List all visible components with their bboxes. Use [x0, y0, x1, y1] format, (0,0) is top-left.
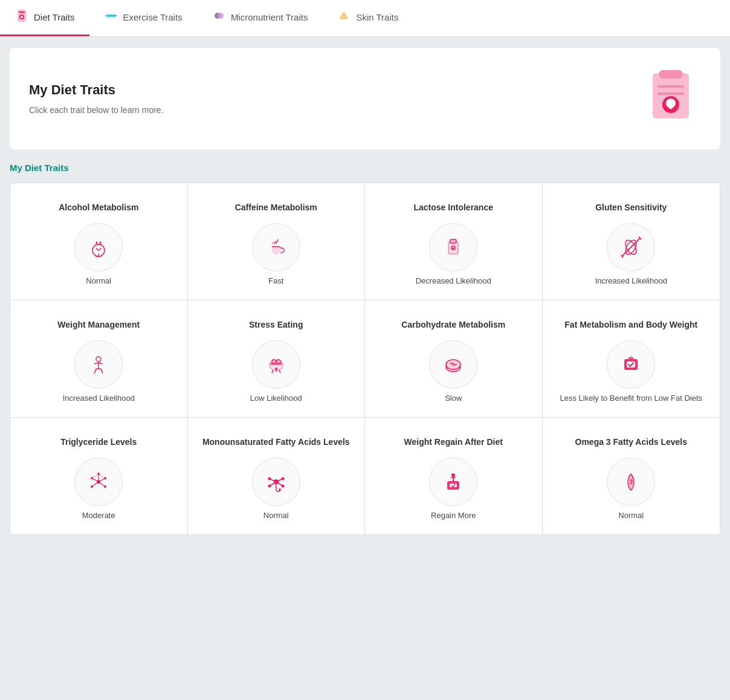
svg-rect-5 — [115, 15, 117, 16]
trait-alcohol-icon — [74, 223, 123, 271]
trait-lactose-icon — [429, 223, 477, 271]
svg-line-50 — [92, 478, 99, 482]
trait-omega3-icon: 3 — [607, 458, 655, 506]
tab-micronutrient[interactable]: Micronutrient Traits — [197, 0, 323, 36]
tab-skin[interactable]: Skin Traits — [322, 0, 413, 36]
trait-lactose-value: Decreased Likelihood — [416, 276, 491, 287]
trait-fat-icon — [607, 340, 655, 389]
svg-point-31 — [96, 357, 101, 361]
trait-weight-value: Increased Likelihood — [63, 394, 135, 404]
trait-stress-value: Low Likelihood — [250, 394, 302, 404]
trait-weight-icon — [74, 340, 123, 389]
trait-weight-management[interactable]: Weight Management Increased Likelihood — [10, 300, 188, 418]
trait-carbs-name: Carbohydrate Metabolism — [401, 314, 505, 335]
svg-rect-4 — [105, 15, 108, 16]
hero-text: My Diet Traits Click each trait below to… — [29, 82, 164, 115]
trait-carbohydrate-metabolism[interactable]: Carbohydrate Metabolism Slow — [365, 300, 543, 418]
svg-rect-14 — [347, 17, 348, 19]
svg-rect-16 — [659, 70, 683, 79]
trait-alcohol-value: Normal — [86, 276, 111, 287]
tab-exercise-label: Exercise Traits — [123, 12, 182, 22]
trait-regain-icon — [429, 458, 477, 506]
svg-point-25 — [451, 245, 456, 250]
trait-caffeine-icon — [252, 223, 300, 271]
trait-gluten-icon — [607, 223, 655, 271]
trait-gluten-sensitivity[interactable]: Gluten Sensitivity Increased Likelihood — [543, 183, 720, 300]
hero-icon — [641, 67, 701, 130]
trait-caffeine-value: Fast — [268, 276, 283, 287]
skin-tab-icon — [337, 8, 351, 26]
trait-fat-name: Fat Metabolism and Body Weight — [564, 314, 697, 335]
trait-triglyceride-icon — [74, 458, 123, 506]
trait-omega3-name: Omega 3 Fatty Acids Levels — [575, 431, 687, 453]
trait-stress-icon — [252, 340, 300, 389]
svg-rect-7 — [114, 14, 115, 18]
micronutrient-tab-icon — [212, 8, 226, 26]
hero-title: My Diet Traits — [29, 82, 164, 98]
exercise-tab-icon — [104, 8, 118, 26]
trait-fatty-icon — [252, 458, 300, 506]
trait-carbs-value: Slow — [445, 394, 462, 404]
trait-triglyceride-value: Moderate — [82, 511, 115, 521]
trait-gluten-name: Gluten Sensitivity — [595, 196, 667, 218]
trait-alcohol-metabolism[interactable]: Alcohol Metabolism Normal — [10, 183, 188, 300]
svg-point-36 — [275, 368, 277, 370]
trait-caffeine-metabolism[interactable]: Caffeine Metabolism Fast — [188, 183, 366, 300]
trait-lactose-name: Lactose Intolerance — [414, 196, 494, 218]
trait-weight-name: Weight Management — [57, 314, 140, 335]
svg-rect-33 — [270, 363, 282, 365]
trait-fatty-value: Normal — [263, 511, 289, 521]
svg-point-66 — [279, 488, 281, 491]
svg-point-10 — [218, 13, 224, 19]
svg-rect-12 — [342, 12, 346, 16]
tab-exercise[interactable]: Exercise Traits — [89, 0, 197, 36]
trait-stress-name: Stress Eating — [249, 314, 303, 335]
hero-subtitle: Click each trait below to learn more. — [29, 105, 164, 115]
tab-micronutrient-label: Micronutrient Traits — [231, 12, 308, 22]
svg-rect-13 — [340, 17, 341, 19]
svg-line-52 — [92, 482, 99, 487]
trait-fat-metabolism[interactable]: Fat Metabolism and Body Weight Less Like… — [543, 300, 720, 418]
trait-omega3-value: Normal — [618, 511, 644, 521]
trait-triglyceride[interactable]: Triglyceride Levels — [10, 418, 188, 534]
svg-rect-6 — [108, 14, 109, 18]
trait-carbs-icon — [429, 340, 477, 389]
hero-card: My Diet Traits Click each trait below to… — [10, 48, 720, 149]
trait-regain-value: Regain More — [431, 511, 476, 521]
svg-rect-8 — [109, 15, 114, 17]
tab-skin-label: Skin Traits — [356, 12, 398, 22]
trait-lactose-intolerance[interactable]: Lactose Intolerance Decreased Likelihood — [365, 183, 543, 300]
trait-stress-eating[interactable]: Stress Eating Low Likelihood — [188, 300, 366, 418]
svg-rect-24 — [450, 239, 456, 243]
tab-bar: Diet Traits Exercise Traits Micronutrien… — [0, 0, 730, 37]
traits-grid: Alcohol Metabolism Normal Caffeine Metab… — [10, 183, 720, 535]
trait-regain-name: Weight Regain After Diet — [404, 431, 503, 453]
svg-line-37 — [272, 370, 273, 373]
svg-line-38 — [279, 370, 280, 373]
svg-rect-1 — [19, 11, 25, 13]
trait-alcohol-name: Alcohol Metabolism — [59, 196, 138, 218]
trait-caffeine-name: Caffeine Metabolism — [235, 196, 317, 218]
svg-point-22 — [100, 242, 102, 244]
section-title: My Diet Traits — [10, 160, 720, 175]
trait-fat-value: Less Likely to Benefit from Low Fat Diet… — [560, 394, 702, 404]
trait-weight-regain[interactable]: Weight Regain After Diet Regain More — [365, 418, 543, 534]
trait-omega3[interactable]: Omega 3 Fatty Acids Levels 3 Normal — [543, 418, 720, 534]
tab-diet[interactable]: Diet Traits — [0, 0, 89, 36]
svg-point-21 — [96, 242, 98, 244]
svg-line-53 — [99, 482, 105, 487]
diet-tab-icon — [15, 8, 29, 26]
trait-fatty-acids[interactable]: Monounsaturated Fatty Acids Levels Norma… — [188, 418, 366, 534]
svg-line-51 — [99, 478, 105, 482]
trait-triglyceride-name: Triglyceride Levels — [60, 431, 137, 453]
diet-traits-section: My Diet Traits Alcohol Metabolism Normal… — [10, 160, 720, 535]
tab-diet-label: Diet Traits — [34, 12, 75, 22]
trait-fatty-name: Monounsaturated Fatty Acids Levels — [202, 431, 350, 453]
trait-gluten-value: Increased Likelihood — [595, 276, 667, 287]
svg-rect-17 — [657, 85, 684, 88]
svg-point-41 — [451, 363, 455, 366]
svg-rect-18 — [657, 92, 684, 95]
svg-point-3 — [21, 16, 23, 18]
